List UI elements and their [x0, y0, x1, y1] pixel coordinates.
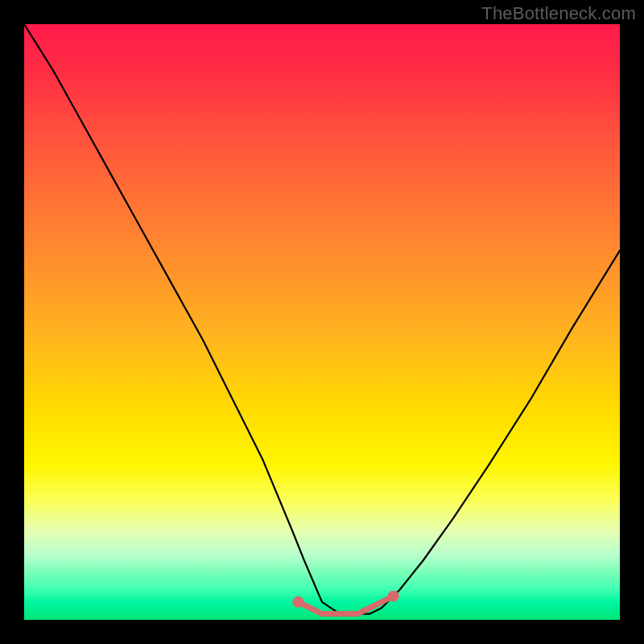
- valley-floor-markers: [294, 592, 397, 613]
- plot-area: [24, 24, 620, 620]
- watermark-text: TheBottleneck.com: [481, 3, 636, 24]
- chart-frame: TheBottleneck.com: [0, 0, 644, 644]
- valley-floor-path: [298, 596, 393, 613]
- curve-layer: [24, 24, 620, 620]
- valley-endpoint: [294, 598, 302, 606]
- bottleneck-curve: [24, 24, 620, 614]
- valley-endpoint: [390, 592, 398, 600]
